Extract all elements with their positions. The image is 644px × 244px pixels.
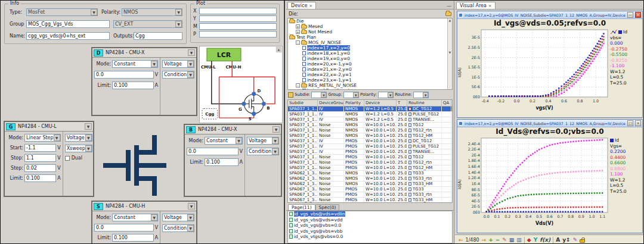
marker-tool-icon[interactable]: ◆: [527, 236, 531, 244]
chart-plot-area[interactable]: -0.4-0.20.00.20.40.60.81.00E05E-61E-51.5…: [463, 28, 610, 117]
nav-next-icon[interactable]: →: [482, 236, 487, 244]
chevron-down-icon[interactable]: ▼: [188, 203, 195, 209]
lock-icon[interactable]: [580, 239, 585, 243]
g-type-select[interactable]: Voltage▼: [65, 134, 92, 142]
column-header[interactable]: Device: [364, 100, 397, 106]
page-item[interactable]: id_vds_vtgs@vbs=0.0: [288, 234, 452, 240]
g-limit-input[interactable]: [24, 174, 56, 182]
tree-item[interactable]: index=23,x=-1,y=1: [288, 77, 452, 83]
tree-scrollbar[interactable]: ▲▼: [447, 18, 452, 89]
close-icon[interactable]: ×: [488, 4, 492, 8]
pen-tool-icon[interactable]: ✎: [573, 236, 578, 244]
terminal-g-header[interactable]: G NP4284 - CMU-L ▼: [5, 122, 93, 132]
b-limit-input[interactable]: [205, 158, 239, 166]
expand-icon[interactable]: +: [296, 30, 300, 34]
remove-plot-icon[interactable]: −: [496, 236, 500, 244]
table-row[interactable]: SPA037_1_1...NoiseNMOSW=10.0 L=10.025.0T…: [288, 123, 452, 128]
open-folder-icon[interactable]: [445, 12, 451, 16]
collapse-icon[interactable]: -: [296, 40, 300, 45]
copy-plot-icon[interactable]: ▥: [516, 236, 522, 244]
tree-item[interactable]: +Mesed: [288, 24, 452, 29]
table-row[interactable]: SPA062_1_3...NoiseNMOSW=10.0 L=10.025.0T…: [288, 182, 452, 187]
table-row[interactable]: SPA037_1_1...IVPMOSW=10.0 L=10.025.0DC_T…: [288, 139, 452, 144]
d-limit-input[interactable]: [112, 82, 154, 89]
tab-visual-area[interactable]: Visual Area×: [456, 2, 496, 9]
collapse-icon[interactable]: -: [296, 83, 300, 87]
tree-item[interactable]: index=17,x=2,y=0: [288, 45, 452, 51]
device-tree[interactable]: ▲▼ Die+Mesed+Not MesedTest Plan-MOS_IV_N…: [287, 18, 453, 90]
b-value-input[interactable]: [187, 148, 239, 155]
g-stop-input[interactable]: [24, 154, 56, 162]
tree-item[interactable]: index=20,x=-1,y=0: [288, 61, 452, 67]
nav-prev-icon[interactable]: ←: [459, 236, 463, 244]
y-scale-icon[interactable]: Y: [534, 236, 538, 244]
column-header[interactable]: Routine: [407, 100, 442, 106]
tree-item[interactable]: index=19,x=0,y=0: [288, 56, 452, 61]
tab-device[interactable]: Device×: [287, 2, 316, 9]
chart-window-2-titlebar[interactable]: index=17,x=2,y=0@MOS_IV_NOISE,Subdie=SPA…: [457, 120, 642, 127]
table-row[interactable]: SPA037_1_1...IVNMOSW=1.2 L=0.525.0DC_TG1…: [288, 107, 452, 112]
table-row[interactable]: SPA037_1_1...NoisePMOSW=10.0 L=10.025.0T…: [288, 155, 452, 160]
terminal-s-header[interactable]: S NP4284 - CMU-H ▼: [92, 202, 196, 211]
page-list[interactable]: id_vgs_vbs@vds=vdlinid_vgs_vbs@vds=vddid…: [287, 211, 453, 243]
cv-mode-select[interactable]: CV_EXT▼: [113, 20, 182, 28]
plot-y-input[interactable]: [199, 15, 277, 22]
plot-p-input[interactable]: [199, 31, 277, 37]
tree-item[interactable]: -RES_METAL_IV_NOISE: [288, 83, 452, 88]
terminal-b-header[interactable]: B NP4284 - CMU-X ▼: [185, 125, 281, 134]
tree-item[interactable]: +Not Mesed: [288, 29, 452, 35]
d-type-select[interactable]: Voltage▼: [162, 60, 194, 68]
table-row[interactable]: SPA067_1_3...NoisePMOSW=10.0 L=10.025.0T…: [288, 192, 452, 198]
tab-page-11-[interactable]: Page(11): [288, 204, 315, 210]
chart-window-1-titlebar[interactable]: index=17,x=2,y=0@MOS_IV_NOISE,Subdie=SPA…: [457, 11, 642, 19]
routine-filter-select[interactable]: ▼: [413, 92, 429, 98]
page-item[interactable]: id_vds_vgs@vbs=0.0: [288, 223, 452, 229]
page-item[interactable]: id_vds_vgs@vbs=vbb: [288, 229, 452, 234]
formula-icon[interactable]: f(x): [540, 236, 550, 244]
tree-item[interactable]: index=18,x=1,y=0: [288, 51, 452, 56]
column-header[interactable]: Subdie: [288, 100, 318, 106]
b-mode-select[interactable]: Constant▼: [205, 137, 243, 145]
close-button[interactable]: ×: [635, 120, 641, 126]
column-header[interactable]: T: [397, 100, 407, 106]
group-filter-select[interactable]: ▼: [343, 92, 359, 98]
tree-item[interactable]: index=21,x=-2,y=0: [288, 67, 452, 72]
table-row[interactable]: SPA067_1_3...NoisePMOSW=10.0 L=10.025.0T…: [288, 198, 452, 203]
tree-item[interactable]: Die: [288, 18, 452, 24]
d-condition-select[interactable]: Condition▼: [162, 71, 194, 79]
column-header[interactable]: Polarity: [344, 100, 364, 106]
table-row[interactable]: SPA037_1_1...IVNMOSW=1.2 L=0.525.0PULSE_…: [288, 112, 452, 117]
s-type-select[interactable]: Voltage▼: [162, 214, 194, 221]
s-limit-input[interactable]: [112, 234, 154, 242]
subdie-filter-select[interactable]: ▼: [311, 92, 327, 98]
s-mode-select[interactable]: Constant▼: [112, 214, 158, 221]
tree-item[interactable]: index=22,x=-2,y=1: [288, 72, 452, 77]
tree-item[interactable]: Test Plan: [288, 35, 452, 40]
chevron-down-icon[interactable]: ▼: [273, 126, 280, 133]
chevron-down-icon[interactable]: ▼: [188, 49, 195, 56]
select-tool-icon[interactable]: ✎: [502, 236, 507, 244]
restore-button[interactable]: □: [627, 120, 633, 126]
table-row[interactable]: SPA037_1_1...NoisePMOSW=10.0 L=10.025.0T…: [288, 165, 452, 171]
tree-item[interactable]: index=17,x=2,y=0: [288, 88, 452, 90]
device-table[interactable]: SubdieDeviceGroupPolarityDeviceTRoutineQ…: [287, 99, 453, 203]
dual-checkbox[interactable]: [65, 156, 70, 161]
g-sweep-select[interactable]: Xsweep▼: [65, 145, 92, 152]
g-step-input[interactable]: [24, 164, 56, 172]
page-item[interactable]: id_vgs_vbs@vds=vdlin: [288, 211, 452, 217]
d-value-input[interactable]: [94, 71, 154, 79]
b-condition-select[interactable]: Condition▼: [247, 148, 279, 155]
tab-spec-0-[interactable]: Spec(0): [315, 204, 340, 210]
table-row[interactable]: SPA062_1_3...NoiseNMOSW=10.0 L=10.025.0T…: [288, 171, 452, 176]
terminal-d-header[interactable]: D NP4284 - CMU-X ▼: [92, 48, 196, 58]
column-header[interactable]: DeviceGroup: [318, 100, 344, 106]
annotation-icon[interactable]: A: [556, 236, 560, 244]
table-row[interactable]: SPA037_1_1...IVNMOSW=1.2 L=0.525.0TRANSI…: [288, 117, 452, 123]
minimize-icon[interactable]: —: [447, 4, 451, 9]
polarity-filter-select[interactable]: ▼: [378, 92, 394, 98]
table-row[interactable]: SPA037_1_1...NoiseNMOSW=10.0 L=10.025.0T…: [288, 128, 452, 133]
type-select[interactable]: MosFet▼: [26, 8, 98, 16]
group-input[interactable]: [26, 20, 110, 28]
plot-m-input[interactable]: [199, 23, 277, 30]
close-icon[interactable]: ×: [309, 4, 312, 8]
